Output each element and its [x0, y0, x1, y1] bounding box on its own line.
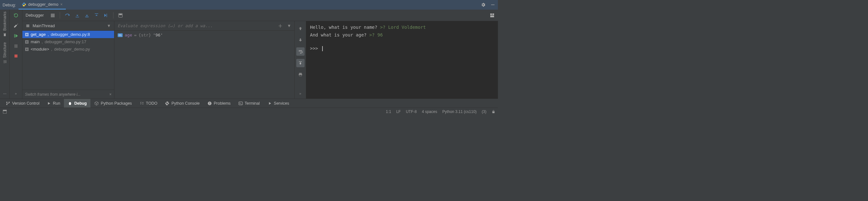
branch-icon [6, 101, 10, 106]
step-into-icon[interactable] [75, 13, 80, 18]
threads-icon[interactable] [50, 13, 55, 18]
stop-icon[interactable] [14, 54, 18, 58]
step-out-icon[interactable] [94, 13, 99, 18]
expand-icon[interactable]: » [299, 91, 301, 95]
svg-rect-35 [26, 24, 29, 25]
debug-config-tab[interactable]: debugger_demo × [19, 0, 66, 9]
svg-rect-38 [26, 33, 28, 36]
services-icon [268, 101, 272, 106]
todo-icon [140, 101, 144, 106]
tool-window-icon[interactable] [3, 110, 7, 114]
svg-rect-59 [493, 111, 495, 113]
svg-rect-8 [3, 60, 5, 61]
expand-down-icon[interactable]: » [15, 91, 17, 95]
interpreter[interactable]: Python 3.11 (cs110) [442, 110, 476, 114]
evaluate-icon[interactable] [118, 13, 123, 18]
tab-debug[interactable]: Debug [64, 99, 90, 108]
svg-rect-7 [3, 61, 5, 62]
modify-run-icon[interactable] [13, 23, 19, 28]
svg-rect-13 [15, 45, 16, 48]
var-badge: 01 [118, 33, 123, 37]
repl-prompt[interactable]: >>> [310, 45, 494, 53]
chevron-down-icon[interactable]: ▼ [287, 23, 291, 28]
frame-icon [25, 47, 29, 51]
thread-selector[interactable]: MainThread ▼ [22, 21, 114, 31]
frame-item[interactable]: get_age, debugger_demo.py:8 [22, 31, 114, 38]
structure-tool[interactable]: Structure [3, 42, 7, 64]
chevron-down-icon: ▼ [107, 23, 111, 28]
tab-run[interactable]: Run [43, 99, 64, 108]
resume-icon[interactable] [13, 33, 19, 38]
frame-icon [25, 33, 29, 36]
svg-point-49 [9, 102, 10, 103]
notifications-count[interactable]: (3) [482, 110, 487, 114]
step-over-icon[interactable] [65, 12, 70, 18]
svg-rect-43 [26, 48, 28, 50]
close-icon[interactable]: × [60, 2, 63, 7]
scroll-to-end-icon[interactable] [296, 59, 305, 67]
rerun-icon[interactable] [13, 13, 19, 18]
svg-rect-32 [490, 13, 492, 15]
terminal-icon [239, 101, 243, 106]
warning-icon [208, 101, 212, 106]
layout-settings-icon[interactable] [490, 13, 495, 18]
svg-point-11 [5, 93, 6, 94]
frame-item[interactable]: <module>, debugger_demo.py [22, 46, 114, 53]
console-output[interactable]: Hello, what is your name? >? Lord Voldem… [306, 21, 498, 98]
pause-icon[interactable] [13, 44, 19, 49]
status-bar: 1:1 LF UTF-8 4 spaces Python 3.11 (cs110… [0, 108, 498, 115]
debugger-tab[interactable]: Debugger [26, 13, 44, 18]
svg-rect-5 [5, 60, 6, 61]
svg-rect-54 [209, 102, 210, 104]
indent-setting[interactable]: 4 spaces [422, 110, 437, 114]
file-encoding[interactable]: UTF-8 [406, 110, 417, 114]
run-to-cursor-icon[interactable] [103, 13, 108, 18]
more-tools-icon[interactable] [3, 91, 7, 96]
line-separator[interactable]: LF [396, 110, 401, 114]
bookmarks-tool[interactable]: Bookmarks [3, 11, 7, 36]
svg-rect-52 [142, 104, 144, 104]
add-watch-icon[interactable] [278, 23, 282, 28]
scroll-up-icon[interactable] [296, 24, 305, 33]
scroll-down-icon[interactable] [296, 36, 305, 44]
close-icon[interactable]: × [109, 92, 112, 97]
svg-point-48 [6, 104, 8, 105]
frame-item[interactable]: main, debugger_demo.py:17 [22, 38, 114, 46]
tab-terminal[interactable]: Terminal [235, 99, 264, 108]
step-into-my-code-icon[interactable] [84, 13, 90, 18]
svg-rect-33 [493, 13, 494, 15]
svg-rect-15 [14, 54, 17, 57]
variable-row[interactable]: 01 age = {str} '96' [118, 33, 291, 37]
svg-rect-25 [119, 14, 122, 15]
soft-wrap-icon[interactable] [296, 47, 305, 56]
svg-rect-19 [76, 17, 79, 17]
stack-icon [26, 24, 30, 28]
left-tool-rail: Bookmarks Structure [0, 9, 9, 98]
structure-icon [3, 60, 7, 64]
svg-rect-37 [26, 26, 29, 27]
svg-rect-14 [16, 45, 17, 48]
svg-rect-12 [14, 34, 15, 38]
lock-icon[interactable] [492, 110, 495, 114]
var-name: age [125, 33, 132, 37]
tab-version-control[interactable]: Version Control [2, 99, 43, 108]
svg-rect-51 [142, 102, 144, 103]
svg-rect-56 [239, 102, 243, 105]
tab-services[interactable]: Services [264, 99, 293, 108]
frame-icon [25, 40, 29, 44]
svg-rect-41 [26, 41, 28, 42]
svg-rect-40 [26, 40, 28, 43]
tab-problems[interactable]: Problems [204, 99, 235, 108]
thread-name: MainThread [33, 23, 55, 28]
gear-icon[interactable] [480, 2, 486, 7]
svg-rect-20 [85, 17, 89, 17]
tab-python-packages[interactable]: Python Packages [90, 99, 135, 108]
tab-todo[interactable]: TODO [136, 99, 161, 108]
bookmark-icon [3, 33, 7, 36]
minimize-icon[interactable] [490, 2, 495, 7]
cursor-position[interactable]: 1:1 [386, 110, 391, 114]
tab-python-console[interactable]: Python Console [161, 99, 203, 108]
print-icon[interactable] [296, 70, 305, 79]
console-line: And what is your age? >? 96 [310, 31, 494, 39]
evaluate-input[interactable]: Evaluate expression (↵) or add a wa... [118, 23, 278, 28]
